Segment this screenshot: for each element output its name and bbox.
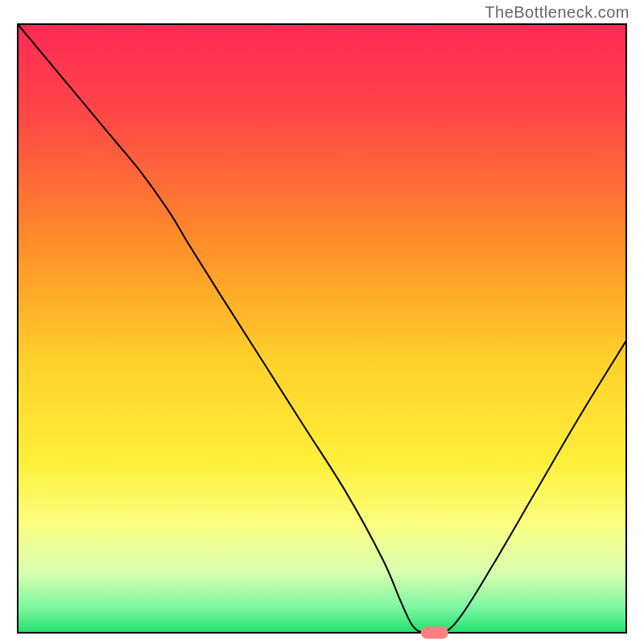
watermark-text: TheBottleneck.com <box>485 3 630 22</box>
bottleneck-chart: TheBottleneck.com <box>0 0 644 644</box>
gradient-background <box>18 24 626 633</box>
chart-svg <box>0 0 644 644</box>
optimal-marker <box>421 626 448 638</box>
